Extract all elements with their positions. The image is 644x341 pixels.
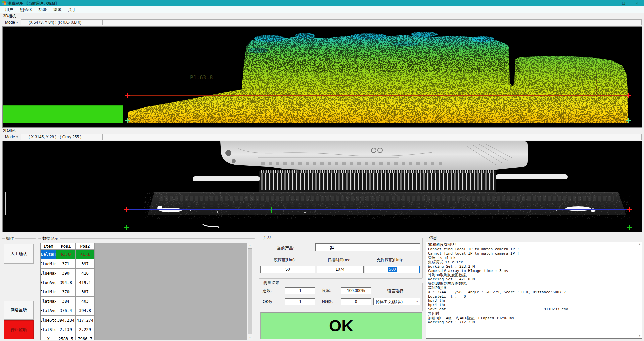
camera3d-status-seg3 [103, 19, 642, 25]
row-value: 419.1 [76, 278, 95, 287]
camera2d-toolbar: Mode ▾ ( X 3145, Y 28 ) : ( Gray 255 ) [1, 133, 643, 141]
stop-listen-button[interactable]: 停止监听 [4, 320, 34, 339]
2d-image-canvas [3, 141, 642, 232]
allowed-thickness-input[interactable]: 500 [365, 266, 420, 273]
scroll-up-icon[interactable]: ▲ [247, 243, 253, 248]
product-group-title: 产品 [262, 235, 273, 241]
row-value: 71.1 [76, 250, 95, 259]
manual-confirm-button[interactable]: 人工确认 [4, 244, 34, 264]
yield-field[interactable]: 100.000% [341, 287, 371, 294]
selected-text: 500 [388, 267, 397, 272]
log-line-5: Working Set : 223.2 M [428, 265, 637, 269]
data-display-group-title: 数据显示 [41, 236, 60, 241]
scroll-down-icon[interactable]: ▼ [247, 335, 253, 340]
2d-grayscale-image[interactable] [2, 141, 642, 232]
info-group-title: 信息 [428, 235, 439, 241]
row-value: 417.274 [76, 316, 95, 325]
scroll-up-icon[interactable]: ▲ [638, 243, 641, 246]
mode-button-label: Mode [5, 20, 15, 25]
table-row-GlueMax[interactable]: GlueMax390416 [41, 269, 253, 278]
results-group: 测量结果 总数: 1 良率: 100.000% 语言选择 OK数: 1 NG数:… [259, 283, 423, 311]
3d-heightmap-image[interactable]: P1:63.8 P2:71.1 [2, 26, 642, 128]
camera3d-mode-button[interactable]: Mode ▾ [2, 19, 20, 25]
network-listen-button[interactable]: 网络监听 [4, 301, 34, 320]
scroll-down-icon[interactable]: ▼ [638, 334, 641, 337]
ok-count-field[interactable]: 1 [285, 298, 315, 305]
p2-annotation: P2:71.1 [575, 73, 598, 79]
row-label: FlatMin [41, 287, 56, 297]
table-row-GlueMin[interactable]: GlueMin371397 [41, 259, 253, 269]
row-value: 63.8 [56, 250, 76, 259]
row-label: GlueMin [41, 259, 56, 269]
table-row-FlatMin[interactable]: FlatMin370387 [41, 287, 253, 297]
app-icon [2, 1, 6, 5]
table-row-GlueAvg[interactable]: GlueAvg394.8419.1 [41, 278, 253, 287]
total-label: 总数: [263, 288, 272, 294]
row-label: FlatAvg [41, 306, 56, 316]
total-count-field[interactable]: 1 [285, 287, 315, 294]
camera3d-toolbar: Mode ▾ (X 5473, Y 84) : (R 0,G 0,B 0) [1, 18, 643, 26]
row-value: 2.229 [76, 325, 95, 334]
scan-time-input[interactable]: 1074 [317, 266, 364, 273]
results-group-title: 测量结果 [262, 280, 281, 286]
menu-item-4[interactable]: 关于 [65, 6, 80, 13]
row-label: GlueAvg [41, 278, 56, 287]
film-thickness-input[interactable]: 50 [260, 266, 315, 273]
operations-group-title: 操作 [5, 236, 15, 241]
table-scrollbar[interactable]: ▲ ▼ [247, 243, 253, 340]
menu-item-0[interactable]: 用户 [2, 6, 16, 13]
result-status-banner: OK [260, 312, 422, 339]
row-value: 384 [56, 297, 76, 306]
menu-item-1[interactable]: 初始化 [16, 6, 35, 13]
row-label: GlueMax [41, 269, 56, 278]
camera2d-pixel-status: ( X 3145, Y 28 ) : ( Gray 255 ) [21, 134, 89, 140]
row-value: 371 [56, 259, 76, 269]
table-row-FlatMax[interactable]: FlatMax384403 [41, 297, 253, 306]
log-line-13: hpr3 thr [428, 299, 637, 303]
table-row-GlueStd[interactable]: GlueStd394.234417.274 [41, 316, 253, 325]
row-value: 387 [76, 287, 95, 297]
menubar: 用户初始化功能调试关于 [0, 6, 644, 13]
log-line-2: Cannot find local IP to match camera IP … [428, 252, 637, 256]
row-label: FlatMax [41, 297, 56, 306]
close-button[interactable]: ✕ [630, 0, 644, 6]
info-group: 信息 3D相机没有网络!Cannot find local IP to matc… [425, 238, 643, 340]
current-product-input[interactable]: g1 [315, 243, 420, 251]
restore-button[interactable]: ❐ [617, 0, 630, 6]
minimize-button[interactable]: — [603, 0, 617, 6]
log-line-12: LocateLi t : 0 [428, 295, 637, 299]
menu-item-3[interactable]: 调试 [50, 6, 65, 13]
camera2d-mode-button[interactable]: Mode ▾ [2, 134, 20, 140]
camera3d-pixel-status: (X 5473, Y 84) : (R 0,G 0,B 0) [21, 19, 89, 25]
language-dropdown-value: 简体中文(默认) [376, 299, 403, 305]
row-value: 390 [56, 269, 76, 278]
camera3d-status-strip: (X 5473, Y 84) : (R 0,G 0,B 0) [21, 19, 642, 25]
log-line-10: 等到2D拼图 [428, 286, 637, 290]
row-value: 7966.7 [76, 334, 95, 340]
ok-count-label: OK数: [263, 299, 274, 305]
menu-item-2[interactable]: 功能 [35, 6, 50, 13]
scan-time-label: 扫描时间ms: [327, 257, 350, 263]
log-line-18: Working Set : 712.2 M [428, 320, 637, 325]
scrollbar-thumb[interactable] [248, 248, 252, 334]
chevron-down-icon: ▾ [16, 21, 18, 24]
camera2d-status-seg2 [89, 134, 103, 140]
camera3d-status-seg2 [89, 19, 103, 25]
language-dropdown[interactable]: 简体中文(默认) ˅ [373, 298, 420, 305]
column-header-pos2: Pos2 [76, 243, 95, 250]
ng-count-field[interactable]: 0 [341, 298, 371, 305]
table-row-X[interactable]: X2583.57966.7 [41, 334, 253, 340]
row-label: FlatStd [41, 325, 56, 334]
info-log[interactable]: 3D相机没有网络!Cannot find local IP to match c… [426, 242, 642, 339]
operations-group: 操作 人工确认 网络监听 停止监听 [2, 238, 36, 340]
3d-heightmap-canvas: P1:63.8 P2:71.1 [3, 27, 642, 127]
mode-button-label: Mode [5, 135, 15, 139]
table-row-FlatStd[interactable]: FlatStd2.1392.229 [41, 325, 253, 334]
table-row-FlatAvg[interactable]: FlatAvg376.4394.8 [41, 306, 253, 316]
table-row-DeltaH[interactable]: DeltaH63.871.1 [41, 250, 253, 259]
row-label: X [41, 334, 56, 340]
row-value: 2.139 [56, 325, 76, 334]
column-header-pos1: Pos1 [56, 243, 76, 250]
data-display-group: 数据显示 ItemPos1Pos2DeltaH63.871.1GlueMin37… [38, 238, 255, 340]
p1-annotation: P1:63.8 [190, 74, 213, 81]
